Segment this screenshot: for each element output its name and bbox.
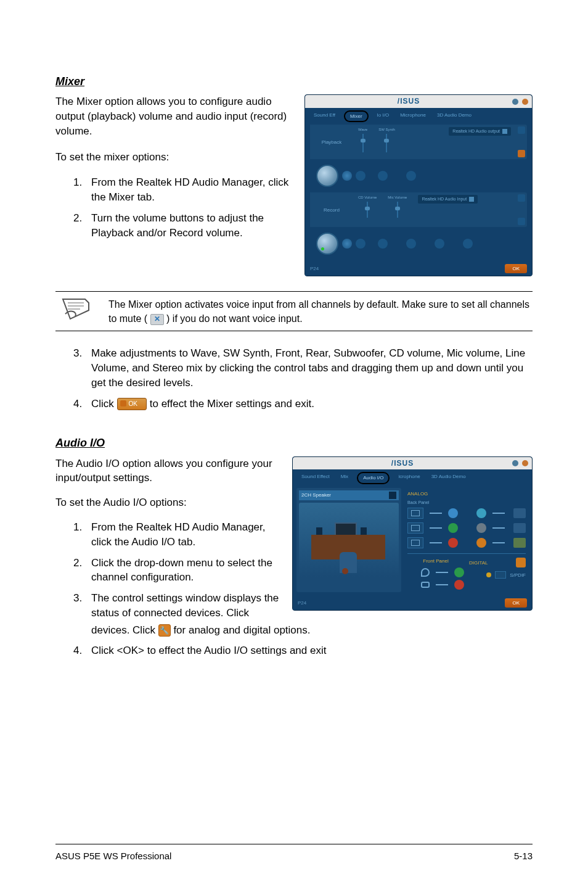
tab-microphone[interactable]: icrophone [396, 472, 422, 484]
col-wave: Wave [358, 127, 367, 132]
audioio-intro: The Audio I/O option allows you configur… [55, 456, 280, 486]
jack-green[interactable] [448, 523, 458, 533]
close-icon[interactable] [522, 99, 528, 105]
close-icon[interactable] [522, 460, 528, 466]
record-volume-knob[interactable] [316, 233, 338, 255]
tab-audio-io[interactable]: Audio I/O [357, 472, 390, 484]
playback-balance-icon[interactable] [342, 171, 352, 181]
ok-button[interactable]: OK [505, 598, 527, 608]
mute-x-icon: ✕ [150, 314, 164, 325]
front-panel-label: Front Panel [407, 558, 464, 564]
note-text-b: ) if you do not want voice input. [166, 313, 303, 324]
device-icon [513, 508, 526, 518]
audioio-step3-b: for analog and digital options. [173, 624, 310, 636]
tab-mixer[interactable]: Mixer [344, 110, 369, 122]
note-box: The Mixer option activates voice input f… [55, 291, 533, 331]
audioio-step-3: The control settings window displays the… [85, 591, 280, 621]
audioio-step-4: Click <OK> to effect the Audio I/O setti… [85, 643, 533, 658]
line-mute-icon[interactable] [435, 239, 444, 249]
footer-page-number: 5-13 [514, 849, 533, 862]
minimize-icon[interactable] [512, 460, 518, 466]
analog-label: ANALOG [407, 490, 526, 497]
wrench-icon[interactable] [516, 558, 526, 567]
speaker-layout-illustration [299, 503, 399, 577]
stereo-mute-icon[interactable] [463, 239, 473, 249]
slider-mic[interactable] [397, 202, 398, 218]
footer-version: P24 [298, 600, 306, 606]
note-icon [62, 298, 90, 320]
chevron-down-icon [389, 492, 396, 499]
footer-left: ASUS P5E WS Professional [55, 849, 171, 862]
jack-rear[interactable] [476, 523, 486, 533]
playback-device-dropdown[interactable]: Realtek HD Audio output [449, 127, 511, 136]
scroll-down-button[interactable] [518, 150, 525, 157]
playback-volume-knob[interactable] [316, 165, 338, 187]
audioio-step3-cont: devices. Click [91, 624, 158, 636]
scroll-up-button[interactable] [518, 126, 525, 134]
tab-3d-audio[interactable]: 3D Audio Demo [429, 472, 468, 484]
mixer-intro: The Mixer option allows you to configure… [55, 94, 292, 138]
asus-logo: /ISUS [309, 96, 508, 107]
asus-logo: /ISUS [296, 458, 508, 469]
ok-button-icon: OK [117, 398, 147, 410]
audioio-step-2: Click the drop-down menu to select the c… [85, 556, 280, 585]
mixer-heading: Mixer [55, 74, 533, 89]
minimize-icon[interactable] [512, 99, 518, 105]
col-mic: Mic Volume [388, 195, 407, 200]
record-label: Record [310, 192, 353, 227]
audioio-step-1: From the Realtek HD Audio Manager, click… [85, 520, 280, 550]
scroll-down-button[interactable] [518, 218, 525, 225]
jack-icon [407, 522, 423, 534]
audioio-screenshot: /ISUS Sound Effect Mix Audio I/O icropho… [292, 456, 533, 627]
jack-icon [407, 537, 423, 548]
mixer-step-2: Turn the volume buttons to adjust the Pl… [85, 211, 292, 241]
audioio-heading: Audio I/O [55, 435, 533, 451]
mic-mute-icon[interactable] [406, 239, 416, 249]
mixer-step-4: Click OK to effect the Mixer settings an… [85, 397, 533, 411]
spdif-box-icon [495, 571, 506, 579]
record-balance-icon[interactable] [342, 239, 352, 249]
playback-mute-icon[interactable] [356, 171, 365, 181]
jack-center[interactable] [476, 538, 486, 548]
record-mute-icon[interactable] [356, 239, 365, 249]
chevron-down-icon [502, 129, 507, 134]
jack-blue[interactable] [448, 508, 458, 518]
mixer-screenshot: /ISUS Sound Eff Mixer Io I/O Microphone … [304, 94, 533, 276]
tab-3d-audio[interactable]: 3D Audio Demo [435, 110, 474, 122]
jack-side[interactable] [476, 508, 486, 518]
scroll-up-button[interactable] [518, 194, 525, 202]
slider-cd[interactable] [367, 202, 368, 218]
slider-swsynth[interactable] [386, 134, 387, 152]
tab-sound-effect[interactable]: Sound Effect [299, 472, 332, 484]
jack-icon [407, 508, 423, 519]
mixer-to-set: To set the mixer options: [55, 150, 292, 165]
channel-config-dropdown[interactable]: 2CH Speaker [299, 490, 399, 500]
front-jack-green[interactable] [454, 567, 464, 577]
front-jack-red[interactable] [454, 580, 464, 590]
swsynth-mute-icon[interactable] [406, 171, 416, 181]
back-panel-label: Back Panel [407, 500, 526, 506]
playback-label: Playback [310, 125, 353, 159]
audioio-to-set: To set the Audio I/O options: [55, 495, 280, 510]
record-device-dropdown[interactable]: Realtek HD Audio Input [418, 195, 478, 204]
cd-mute-icon[interactable] [378, 239, 388, 249]
device-icon [513, 523, 526, 533]
digital-label: DIGITAL [469, 559, 488, 566]
tab-mixer[interactable]: Mix [338, 472, 351, 484]
spdif-label: S/PDIF [510, 572, 526, 579]
wrench-icon: 🔧 [158, 624, 171, 637]
tab-sound-effect[interactable]: Sound Eff [311, 110, 338, 122]
mixer-step-1: From the Realtek HD Audio Manager, click… [85, 175, 292, 205]
col-swsynth: SW Synth [378, 127, 395, 132]
tab-microphone[interactable]: Microphone [398, 110, 428, 122]
slider-wave[interactable] [362, 134, 364, 152]
wave-mute-icon[interactable] [378, 171, 388, 181]
page-footer: ASUS P5E WS Professional 5-13 [55, 844, 533, 862]
device-icon [513, 538, 526, 548]
ok-button[interactable]: OK [505, 264, 527, 273]
jack-red[interactable] [448, 538, 458, 548]
tab-io[interactable]: Io I/O [375, 110, 392, 122]
spdif-dot-icon [486, 572, 491, 577]
footer-version: P24 [310, 265, 319, 272]
chevron-down-icon [469, 197, 474, 202]
